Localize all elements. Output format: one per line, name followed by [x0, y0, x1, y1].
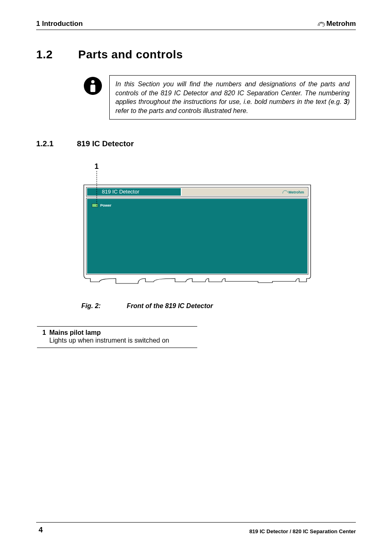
info-box: In this Section you will find the number…: [109, 75, 356, 120]
device-power-label: Power: [100, 203, 112, 207]
callout-leader-line: [97, 171, 97, 206]
figure-container: 1 819 IC Detector Metrohm Power: [81, 162, 356, 294]
parts-legend-num: 1: [37, 329, 49, 345]
figure-number: Fig. 2:: [81, 302, 125, 310]
parts-legend-row: 1 Mains pilot lamp Lights up when instru…: [37, 329, 197, 345]
footer-document-title: 819 IC Detector / 820 IC Separation Cent…: [249, 528, 356, 534]
section-number: 1.2: [36, 48, 75, 61]
device-front-illustration: 819 IC Detector Metrohm Power: [81, 173, 316, 292]
subsection-heading: 1.2.1 819 IC Detector: [36, 139, 356, 148]
parts-legend-title: Mains pilot lamp: [49, 329, 197, 336]
page-header: 1 Introduction Metrohm: [36, 20, 356, 30]
figure-callout-number: 1: [95, 162, 356, 171]
figure-caption-text: Front of the 819 IC Detector: [127, 302, 213, 309]
subsection-number: 1.2.1: [36, 139, 75, 148]
section-title-text: Parts and controls: [78, 48, 183, 61]
svg-rect-4: [87, 199, 307, 274]
figure-caption: Fig. 2: Front of the 819 IC Detector: [81, 302, 356, 310]
info-callout: In this Section you will find the number…: [84, 75, 356, 120]
page-footer: 4 819 IC Detector / 820 IC Separation Ce…: [36, 522, 356, 534]
parts-legend-table: 1 Mains pilot lamp Lights up when instru…: [37, 326, 197, 348]
device-brand-label: Metrohm: [288, 190, 304, 194]
chapter-label: 1 Introduction: [36, 20, 83, 28]
brand-logo: Metrohm: [317, 20, 356, 28]
info-text-before: In this Section you will find the number…: [115, 81, 350, 105]
parts-legend-desc: Lights up when instrument is switched on: [49, 336, 197, 345]
brand-text: Metrohm: [326, 20, 356, 28]
section-heading: 1.2 Parts and controls: [36, 48, 356, 61]
page-number: 4: [39, 526, 43, 534]
device-model-label: 819 IC Detector: [102, 189, 140, 195]
info-icon: [84, 77, 102, 95]
metrohm-swirl-icon: [317, 21, 325, 27]
subsection-title-text: 819 IC Detector: [77, 139, 134, 148]
info-bold-ref: 3: [344, 98, 348, 105]
